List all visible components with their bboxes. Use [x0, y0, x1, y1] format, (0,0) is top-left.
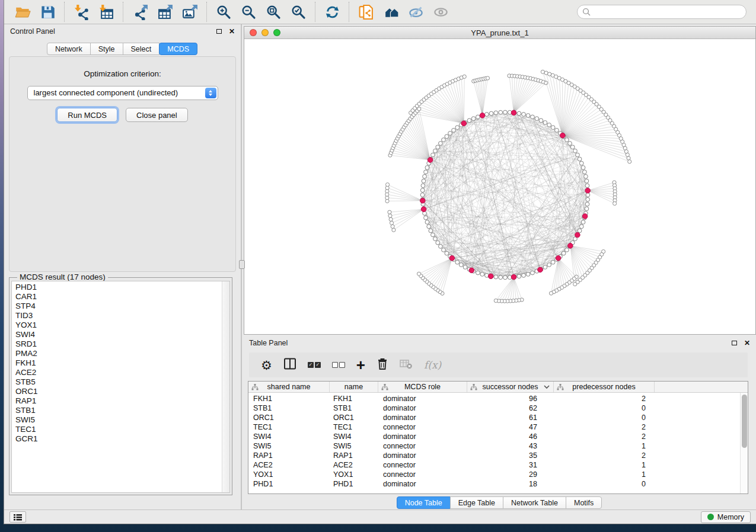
close-window-icon[interactable] [250, 29, 257, 36]
tab-motifs[interactable]: Motifs [566, 496, 602, 509]
zoom-out-icon[interactable] [240, 3, 257, 21]
mcds-result-list: PHD1CAR1STP4TID3YOX1SWI4SRD1PMA2FKH1ACE2… [12, 283, 229, 444]
table-row[interactable]: SWI4SWI4dominator462 [248, 432, 748, 441]
tab-mcds[interactable]: MCDS [159, 43, 197, 55]
table-cell: 2 [554, 394, 655, 403]
delete-columns-icon[interactable] [377, 357, 388, 373]
export-network-icon[interactable] [131, 3, 149, 21]
column-header-predecessor-nodes[interactable]: predecessor nodes [554, 382, 655, 392]
table-row[interactable]: ORC1ORC1dominator610 [248, 413, 748, 422]
import-table-icon[interactable] [97, 3, 115, 21]
mcds-node-item[interactable]: GCR1 [12, 434, 229, 444]
network-svg [244, 39, 755, 334]
result-scrollbar[interactable] [222, 281, 229, 492]
table-cell: connector [378, 422, 467, 432]
mcds-node-item[interactable]: ORC1 [12, 387, 229, 396]
tab-select[interactable]: Select [123, 43, 160, 55]
table-row[interactable]: RAP1RAP1dominator352 [248, 451, 748, 460]
network-canvas[interactable] [244, 39, 755, 334]
toolbar-separator [123, 2, 123, 22]
float-panel-icon[interactable] [216, 29, 222, 34]
table-scrollbar-thumb[interactable] [742, 395, 747, 448]
mcds-node-item[interactable]: STB1 [12, 406, 229, 415]
run-mcds-button[interactable]: Run MCDS [57, 108, 117, 122]
tab-network-table[interactable]: Network Table [503, 496, 566, 509]
mcds-node-item[interactable]: SWI4 [12, 330, 229, 339]
table-row[interactable]: ACE2ACE2connector311 [248, 460, 748, 470]
mcds-node-item[interactable]: TEC1 [12, 425, 229, 434]
table-row[interactable]: FKH1FKH1dominator962 [248, 394, 748, 403]
network-window-titlebar[interactable]: YPA_prune.txt_1 [244, 27, 755, 39]
table-row[interactable]: SWI5SWI5connector431 [248, 441, 748, 451]
mcds-node-item[interactable]: SWI5 [12, 415, 229, 425]
close-panel-button[interactable]: Close panel [126, 108, 188, 122]
tab-network[interactable]: Network [47, 43, 91, 55]
close-table-panel-icon[interactable]: ✕ [744, 339, 750, 347]
tab-edge-table[interactable]: Edge Table [450, 496, 503, 509]
memory-status-icon [707, 514, 714, 520]
export-image-icon[interactable] [181, 3, 199, 21]
export-table-icon[interactable] [156, 3, 174, 21]
mcds-node-item[interactable]: SRD1 [12, 339, 229, 349]
zoom-fit-icon[interactable] [264, 3, 282, 21]
column-header-MCDS-role[interactable]: MCDS role [378, 382, 467, 392]
mcds-node-item[interactable]: TID3 [12, 311, 229, 321]
table-panel-title: Table Panel [249, 339, 288, 347]
table-cell: 43 [467, 441, 554, 451]
column-header-shared-name[interactable]: shared name [248, 382, 330, 392]
search-input[interactable] [577, 5, 747, 19]
open-in-ndex-icon[interactable] [357, 3, 375, 21]
select-all-rows-icon[interactable]: ✓✓ [308, 362, 321, 368]
hide-selected-icon[interactable] [407, 3, 425, 21]
function-builder-icon: f(x) [424, 359, 441, 371]
close-panel-icon[interactable]: ✕ [229, 27, 235, 36]
minimize-window-icon[interactable] [261, 29, 269, 36]
zoom-selected-icon[interactable] [289, 3, 307, 21]
right-pane: YPA_prune.txt_1 Table Panel ✕ ⚙ ✓✓ [243, 24, 756, 509]
table-cell: RAP1 [248, 451, 330, 460]
select-stepper-icon [205, 88, 216, 98]
open-file-icon[interactable] [14, 3, 31, 21]
mcds-node-item[interactable]: STP4 [12, 302, 229, 311]
deselect-all-rows-icon[interactable] [332, 362, 345, 368]
first-neighbors-icon[interactable] [382, 3, 400, 21]
zoom-in-icon[interactable] [215, 3, 232, 21]
save-session-icon[interactable] [39, 3, 56, 21]
table-row[interactable]: PHD1PHD1dominator180 [248, 479, 748, 489]
table-cell: FKH1 [330, 394, 378, 403]
show-columns-icon[interactable] [283, 357, 296, 373]
mcds-node-item[interactable]: RAP1 [12, 396, 229, 406]
tab-style[interactable]: Style [90, 43, 123, 55]
table-cell: dominator [378, 432, 467, 441]
table-scrollbar[interactable] [740, 393, 748, 493]
mcds-node-item[interactable]: PHD1 [12, 283, 229, 292]
toolbar-separator [315, 2, 315, 22]
add-column-icon[interactable]: + [356, 359, 365, 371]
mcds-node-item[interactable]: FKH1 [12, 358, 229, 368]
table-row[interactable]: STB1STB1dominator620 [248, 403, 748, 413]
table-row[interactable]: TEC1TEC1connector472 [248, 422, 748, 432]
column-header-successor-nodes[interactable]: successor nodes [467, 382, 554, 392]
import-network-icon[interactable] [72, 3, 90, 21]
column-header-name[interactable]: name [330, 382, 378, 392]
mcds-node-item[interactable]: CAR1 [12, 292, 229, 302]
table-row[interactable]: YOX1YOX1connector291 [248, 470, 748, 479]
mcds-node-item[interactable]: ACE2 [12, 368, 229, 377]
main-toolbar [4, 0, 756, 24]
search-box[interactable] [577, 5, 747, 19]
mcds-node-item[interactable]: YOX1 [12, 321, 229, 330]
optimization-criterion-select[interactable]: largest connected component (undirected) [27, 86, 218, 100]
mcds-node-item[interactable]: STB5 [12, 377, 229, 387]
divider-grip[interactable] [239, 260, 245, 269]
refresh-view-icon[interactable] [323, 3, 341, 21]
table-options-gear-icon[interactable]: ⚙ [261, 359, 272, 371]
cytoscape-window: Control Panel ✕ NetworkStyleSelectMCDS O… [4, 0, 756, 524]
memory-button[interactable]: Memory [701, 511, 751, 523]
show-all-icon[interactable] [432, 3, 449, 21]
maximize-window-icon[interactable] [273, 29, 280, 36]
show-panels-button[interactable] [9, 511, 26, 523]
float-table-panel-icon[interactable] [732, 341, 737, 345]
table-cell: 47 [467, 422, 554, 432]
tab-node-table[interactable]: Node Table [397, 496, 451, 509]
mcds-node-item[interactable]: PMA2 [12, 349, 229, 358]
